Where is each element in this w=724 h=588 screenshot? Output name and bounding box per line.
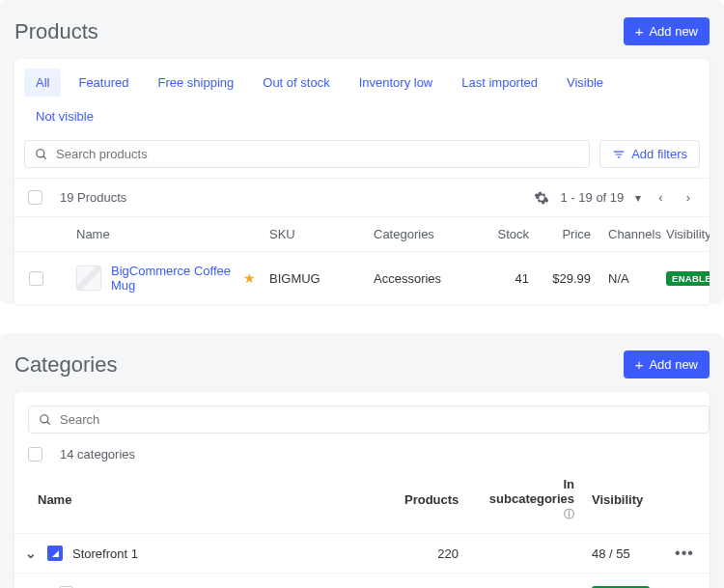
categories-table-header: Name Products In subcategories ⓘ Visibil… [14,465,710,533]
products-panel: Products + Add new All Featured Free shi… [0,0,724,304]
cell-price: $29.99 [543,271,604,286]
products-header: Products + Add new [14,12,710,59]
info-icon[interactable]: ⓘ [564,508,574,519]
cell-name: BigCommerce Coffee Mug ★ [57,264,265,293]
search-icon [35,148,48,161]
cell-stock: 41 [471,271,543,286]
col-visibility: Visibility [588,492,665,507]
categories-header: Categories + Add new [14,345,710,392]
pager-prev-button[interactable] [653,188,668,207]
products-add-new-button[interactable]: + Add new [624,17,710,45]
categories-select-all-checkbox[interactable] [28,447,42,462]
add-filters-label: Add filters [631,147,687,161]
search-icon [39,413,52,427]
col-sku: SKU [265,227,370,241]
col-name: Name [14,492,401,507]
category-row: ◢ Storefront 1 220 48 / 55 ••• [14,533,710,573]
svg-point-0 [37,149,44,156]
category-row: Category 12 72 ENABLED ••• [14,573,710,588]
tab-featured[interactable]: Featured [67,69,140,97]
storefront-icon: ◢ [47,546,63,561]
col-price: Price [543,227,604,241]
cell-channels: N/A [604,271,662,286]
tab-visible[interactable]: Visible [555,69,615,97]
pager-text: 1 - 19 of 19 [561,190,625,205]
table-row: BigCommerce Coffee Mug ★ BIGMUG Accessor… [14,251,710,304]
plus-icon: + [635,357,644,372]
star-icon[interactable]: ★ [243,270,256,286]
visibility-badge: ENABLED [666,271,710,286]
cell-products: 220 [401,546,472,561]
categories-card: 14 categories Name Products In subcatego… [14,392,710,588]
count-label: 19 Products [60,190,126,205]
row-actions-button[interactable]: ••• [665,584,704,588]
cell-categories: Accessories [370,271,471,286]
col-categories: Categories [370,227,471,241]
products-tabs: All Featured Free shipping Out of stock … [14,59,710,130]
col-name: Name [57,227,265,241]
products-table-header: Name SKU Categories Stock Price Channels… [14,217,710,251]
categories-search-input[interactable] [60,412,699,427]
categories-add-new-button[interactable]: + Add new [624,350,710,378]
row-checkbox[interactable] [29,271,43,286]
tab-not-visible[interactable]: Not visible [24,102,105,130]
tab-out-of-stock[interactable]: Out of stock [251,69,341,97]
col-products: Products [401,492,472,507]
add-filters-button[interactable]: Add filters [599,140,700,168]
row-actions-button[interactable]: ••• [665,545,704,562]
tab-last-imported[interactable]: Last imported [450,69,549,97]
col-subcategories: In subcategories ⓘ [472,477,588,521]
add-new-label: Add new [649,24,698,39]
categories-title: Categories [14,352,117,378]
tab-inventory-low[interactable]: Inventory low [348,69,445,97]
cell-visibility: ENABLED [662,270,710,286]
search-row: Add filters [14,130,710,178]
categories-search-box[interactable] [28,406,710,434]
add-new-label: Add new [649,357,698,372]
svg-line-6 [47,421,50,424]
categories-count-row: 14 categories [14,434,710,465]
product-name-link[interactable]: BigCommerce Coffee Mug [111,264,234,293]
svg-point-5 [41,414,48,422]
col-stock: Stock [471,227,543,241]
search-input[interactable] [56,147,579,161]
products-card: All Featured Free shipping Out of stock … [14,59,710,304]
plus-icon: + [635,24,644,39]
categories-panel: Categories + Add new 14 categories Name … [0,333,724,588]
col-visibility: Visibility [662,227,710,241]
tab-all[interactable]: All [24,69,61,97]
gear-icon[interactable] [534,190,549,206]
category-name[interactable]: Storefront 1 [72,546,138,561]
chevron-down-icon[interactable] [24,546,38,561]
products-title: Products [14,19,98,44]
svg-line-1 [43,155,46,158]
search-box[interactable] [24,140,590,168]
select-all-checkbox[interactable] [28,190,42,205]
categories-count-label: 14 categories [60,447,135,462]
cell-sku: BIGMUG [265,271,370,286]
pager-dropdown-icon[interactable] [635,190,641,205]
product-thumbnail [76,266,101,291]
count-row: 19 Products 1 - 19 of 19 [14,178,710,217]
count-right: 1 - 19 of 19 [534,188,696,207]
pager-next-button[interactable] [681,188,696,207]
cell-visibility: 48 / 55 [588,546,665,561]
tab-free-shipping[interactable]: Free shipping [147,69,246,97]
filter-icon [612,148,626,161]
col-channels: Channels [604,227,662,241]
count-left: 19 Products [28,190,126,205]
